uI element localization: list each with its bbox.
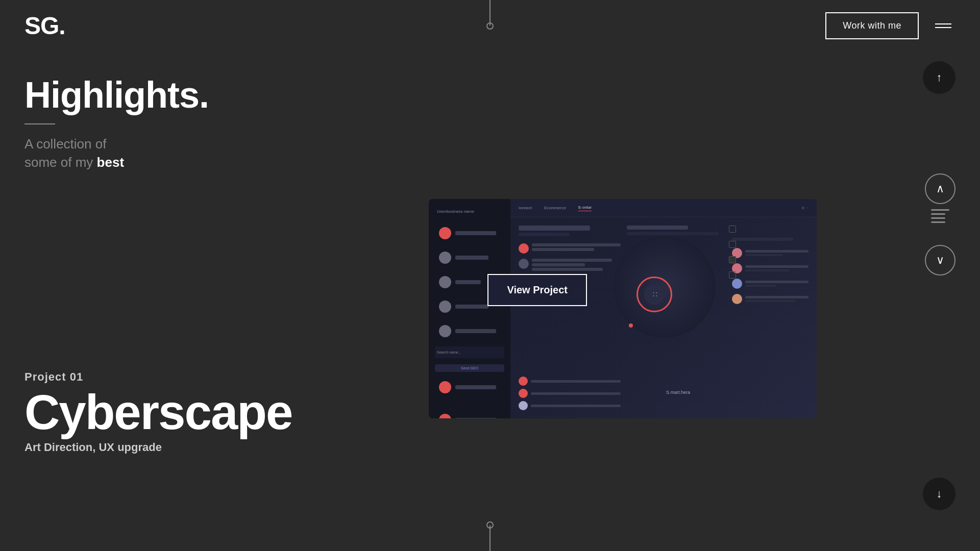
mockup-r-line-2 [745,254,783,256]
mockup-center-panel: ∷ S.mart.hera [627,226,726,410]
mockup-r-line-1 [745,250,808,253]
chevron-down-icon: ∨ [936,254,944,267]
mockup-right-av-3 [732,279,742,289]
scroll-down-button[interactable]: ↓ [923,478,955,510]
mockup-right-item-3 [732,279,808,289]
mockup-focus-inner: ∷ [644,284,665,305]
mockup-focus-ring: ∷ [636,277,672,312]
mockup-text-l3 [532,259,612,262]
mockup-tab-extra: ⚙ ··· [801,206,808,210]
mockup-chat-avatar-1 [519,243,529,254]
mockup-chat-title [519,226,590,231]
scroll-indicator [931,209,949,223]
mockup-text-l2 [532,248,594,251]
mockup-large-circle: ∷ [614,236,716,338]
mockup-chat-panel [519,226,621,410]
mockup-sidebar-text-1 [455,231,496,235]
mockup-sidebar-text-2b [455,418,496,418]
mockup-chat-item-1 [519,243,621,254]
mockup-avatar-1 [439,227,451,239]
mockup-text-l4 [532,263,585,266]
mockup-list-row-2 [519,389,621,398]
mockup-list-text-3 [531,405,621,407]
mockup-chat-header [519,226,621,236]
mockup-inner: User/business name [429,199,817,418]
mockup-center-heading [627,226,726,235]
work-with-me-button[interactable]: Work with me [825,12,919,39]
logo: SG. [24,12,65,40]
mockup-right-head-line [732,238,793,241]
mockup-icon-2 [729,241,736,248]
scroll-bar-4 [931,221,945,223]
view-project-button[interactable]: View Project [487,274,587,306]
mockup-avatar-2 [439,252,451,264]
mockup-avatar-5 [439,325,451,337]
scroll-up-button[interactable]: ↑ [923,61,955,94]
project-name: Cyberscape [24,388,292,437]
mockup-chat-text-1 [532,243,621,253]
mockup-sidebar-item [435,224,504,242]
mockup-right-av-4 [732,294,742,304]
mockup-text-l1 [532,243,621,246]
mockup-chat-item-2 [519,259,621,272]
mockup-tab-3: E-ontar [578,205,592,211]
mockup-sidebar: User/business name [429,199,510,418]
highlights-divider [24,123,55,124]
mockup-right-item-4 [732,294,808,304]
mockup-right-text-4 [745,296,808,302]
mockup-tab-2: Ecommerce [544,206,566,210]
mockup-focus-dots: ∷ [653,290,656,298]
mockup-r-line-3 [745,265,808,268]
mockup-sidebar-btn: Send GEO [435,364,504,372]
mockup-content: ∷ S.mart.hera [510,217,817,418]
mockup-right-item-1 [732,248,808,258]
subtitle-text: A collection ofsome of my [24,136,106,170]
mockup-r-line-5 [745,281,808,283]
mockup-sidebar-item [435,322,504,340]
mockup-icon-4 [729,271,736,279]
highlights-title: Highlights. [24,77,209,113]
mockup-avatar-4 [439,300,451,313]
chevron-up-icon: ∧ [936,182,944,195]
mockup-red-dot [629,323,633,328]
hamburger-line-1 [935,23,951,24]
mockup-avatar-err [439,381,451,393]
mockup-sidebar-text-err [455,385,496,389]
center-line-bottom [489,525,491,551]
mockup-r-line-8 [745,300,796,302]
mockup-bottom-rows [519,377,621,410]
menu-button[interactable] [931,19,955,32]
header: SG. Work with me [0,0,980,51]
mockup-list-row-1 [519,377,621,386]
mockup-sidebar-text-3 [455,280,481,284]
mockup-r-line-4 [745,269,790,271]
mockup-right-text-3 [745,281,808,287]
mockup-icon-1 [729,226,736,233]
mockup-heading-line [627,226,688,230]
mockup-r-line-7 [745,296,808,298]
nav-chevron-down-button[interactable]: ∨ [925,245,955,276]
mockup-tab-1: Ionnect [519,206,532,210]
mockup-sidebar-footer: Search name... [435,346,504,358]
mockup-chat-sub [519,233,570,236]
mockup-topbar: Ionnect Ecommerce E-ontar ⚙ ··· [510,199,817,217]
mockup-list-av-1 [519,377,528,386]
mockup-right-item-2 [732,263,808,273]
subtitle-bold: best [97,155,124,170]
mockup-sidebar-text-5 [455,329,496,333]
nav-chevron-up-button[interactable]: ∧ [925,173,955,204]
mockup-text-l5 [532,268,603,271]
scroll-bar-3 [931,217,945,219]
hamburger-line-2 [935,27,951,28]
scroll-bar-active [931,209,949,211]
mockup-sub-line [627,232,719,235]
mockup-right-text-2 [745,265,808,271]
project-mockup: User/business name [214,99,602,321]
project-tags: Art Direction, UX upgrade [24,441,292,454]
mockup-sidebar-item-2 [435,411,504,418]
mockup-avatar-2b [439,414,451,418]
mockup-list-text-2 [531,392,621,395]
mockup-center-title [627,226,726,235]
down-arrow-icon: ↓ [937,487,942,500]
mockup-sidebar-item-err [435,378,504,396]
